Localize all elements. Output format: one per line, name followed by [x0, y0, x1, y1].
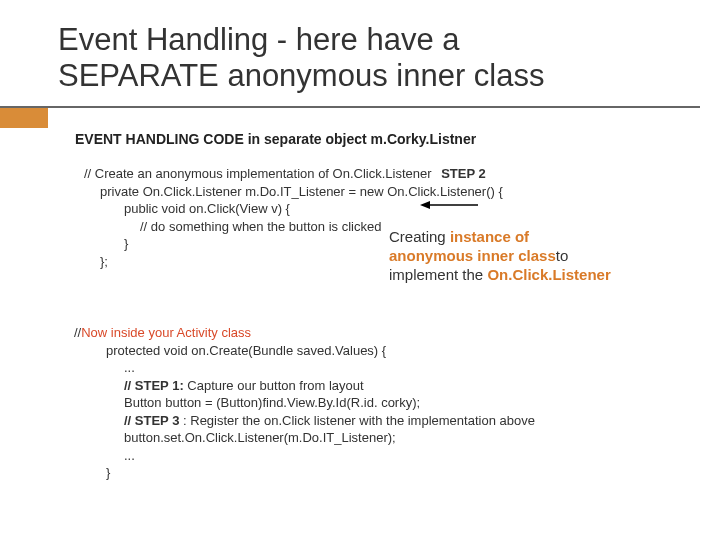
- code-block-bottom: //Now inside your Activity class protect…: [74, 324, 535, 482]
- step3-label: // STEP 3: [124, 413, 179, 428]
- code-line: Capture our button from layout: [184, 378, 364, 393]
- arrow-icon: [420, 196, 480, 206]
- code-line: : Register the on.Click listener with th…: [179, 413, 535, 428]
- callout-text: Creating: [389, 228, 450, 245]
- subheading-text: EVENT HANDLING CODE in separate object: [75, 131, 371, 147]
- code-line: ...: [74, 447, 535, 465]
- code-line: Button button = (Button)find.View.By.Id(…: [74, 394, 535, 412]
- callout-orange: On.Click.Listener: [487, 266, 610, 283]
- title-line1: Event Handling - here have a: [58, 22, 460, 57]
- accent-box: [0, 108, 48, 128]
- code-line: // Create an anonymous implementation of…: [84, 166, 432, 181]
- title-line2: SEPARATE anonymous inner class: [58, 58, 544, 93]
- svg-marker-1: [420, 201, 430, 209]
- callout-text: implement the: [389, 266, 487, 283]
- code-line: ...: [74, 359, 535, 377]
- title-underline: [0, 106, 700, 108]
- callout-box: Creating instance of anonymous inner cla…: [383, 224, 701, 290]
- step1-label: // STEP 1:: [124, 378, 184, 393]
- code-line: button.set.On.Click.Listener(m.Do.IT_Lis…: [74, 429, 535, 447]
- step2-label: STEP 2: [441, 166, 486, 181]
- callout-orange: instance of: [450, 228, 529, 245]
- subheading-object: m.Corky.Listner: [371, 131, 477, 147]
- callout-text: to: [556, 247, 569, 264]
- code-highlight: Now inside your Activity class: [81, 325, 251, 340]
- code-line: protected void on.Create(Bundle saved.Va…: [74, 342, 535, 360]
- code-line: }: [74, 464, 535, 482]
- subheading: EVENT HANDLING CODE in separate object m…: [75, 131, 476, 147]
- callout-orange: anonymous inner class: [389, 247, 556, 264]
- slide-title: Event Handling - here have a SEPARATE an…: [0, 0, 720, 93]
